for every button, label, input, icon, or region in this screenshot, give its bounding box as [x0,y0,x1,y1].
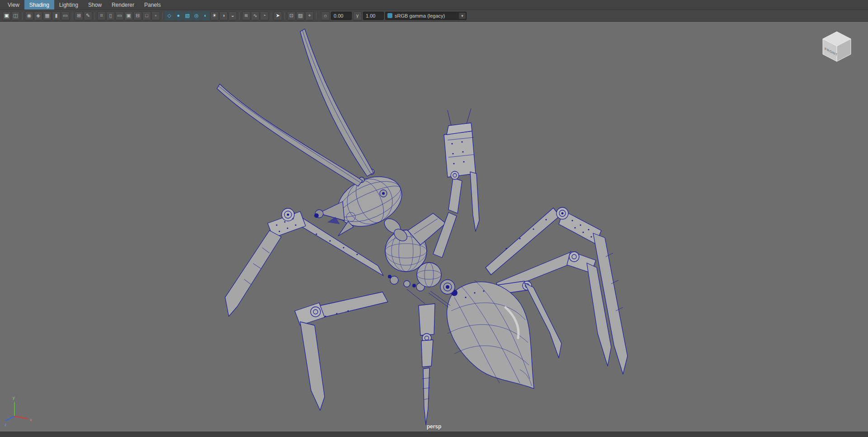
bookmarks-icon[interactable]: ▮ [52,11,61,20]
camera-name-label: persp [0,423,868,430]
selection-arrow-icon[interactable]: ➤ [274,11,282,20]
chevron-down-icon: ▾ [459,13,466,19]
menu-item-lighting[interactable]: Lighting [54,0,83,9]
smooth-shade-all-icon[interactable]: ● [174,11,183,20]
toolbar-separator [284,12,285,19]
lock-camera-icon[interactable]: ◈ [34,11,42,20]
axis-y-label: y [13,395,15,400]
toolbar-separator [162,12,163,19]
textured-icon[interactable]: ▧ [183,11,192,20]
ant-foreleg-raised[interactable] [433,108,479,258]
color-management-icon [387,13,392,18]
gamma-field[interactable] [363,12,384,20]
toolbar-separator [271,12,271,19]
two-d-pan-zoom-icon[interactable]: ⊞ [75,11,83,20]
panel-toolbar: ▣◫◉◈▦▮▭⊞✎⌗▯▭▣⊟□▫◇●▧◎◐☀◑◒≋∿◔➤⊡▨⌖ ☼ γ sRGB… [0,10,868,22]
use-all-lights-icon[interactable]: ☀ [210,11,219,20]
safe-title-icon[interactable]: ▫ [151,11,160,20]
wireframe-on-shaded-icon[interactable]: ◎ [192,11,201,20]
gamma-icon[interactable]: γ [353,11,362,20]
use-default-material-icon[interactable]: ◐ [201,11,210,20]
axis-x-label: x [30,418,32,422]
toolbar-separator [239,12,240,19]
ant-antennae[interactable] [217,29,373,186]
menu-item-renderer[interactable]: Renderer [107,0,139,9]
depth-of-field-icon[interactable]: ◔ [260,11,269,20]
single-pane-layout-icon[interactable]: ▣ [2,11,11,20]
view-transform-dropdown[interactable]: sRGB gamma (legacy) ▾ [385,12,467,20]
film-gate-icon[interactable]: ▯ [106,11,115,20]
x-ray-joints-icon[interactable]: ⌖ [305,11,314,20]
camera-attributes-icon[interactable]: ▦ [43,11,52,20]
grid-icon[interactable]: ⌗ [97,11,106,20]
toolbar-icon-strip: ▣◫◉◈▦▮▭⊞✎⌗▯▭▣⊟□▫◇●▧◎◐☀◑◒≋∿◔➤⊡▨⌖ [2,11,318,20]
multisample-anti-aliasing-icon[interactable]: ∿ [251,11,259,20]
grease-pencil-icon[interactable]: ✎ [84,11,92,20]
color-controls: ☼ γ sRGB gamma (legacy) ▾ [321,11,467,20]
menu-item-shading[interactable]: Shading [24,0,54,9]
gate-mask-icon[interactable]: ▣ [124,11,133,20]
toolbar-separator [94,12,95,19]
menu-item-panels[interactable]: Panels [139,0,166,9]
image-plane-icon[interactable]: ▭ [61,11,70,20]
toolbar-separator [316,12,316,19]
resolution-gate-icon[interactable]: ▭ [115,11,124,20]
motion-blur-icon[interactable]: ≋ [242,11,250,20]
field-chart-icon[interactable]: ⊟ [133,11,142,20]
menu-item-view[interactable]: View [3,0,24,9]
exposure-icon[interactable]: ☼ [321,11,330,20]
x-ray-icon[interactable]: ▨ [296,11,305,20]
exposure-field[interactable] [331,12,352,20]
view-transform-value: sRGB gamma (legacy) [395,13,457,19]
safe-action-icon[interactable]: □ [142,11,151,20]
isolate-select-icon[interactable]: ⊡ [287,11,296,20]
menu-item-show[interactable]: Show [83,0,107,9]
wireframe-icon[interactable]: ◇ [165,11,174,20]
screen-space-ambient-occlusion-icon[interactable]: ◒ [228,11,237,20]
toolbar-separator [22,12,23,19]
saved-layouts-icon[interactable]: ◫ [11,11,20,20]
shadows-icon[interactable]: ◑ [219,11,228,20]
view-cube[interactable]: FRONT [817,25,856,64]
toolbar-separator [72,12,72,19]
panel-menubar: ViewShadingLightingShowRendererPanels [0,0,868,10]
viewport[interactable]: FRONT y x z persp [0,22,868,432]
window-bottom-edge [0,432,868,437]
wireframe-model[interactable] [0,22,868,432]
select-camera-icon[interactable]: ◉ [25,11,33,20]
ant-abdomen[interactable] [447,280,534,389]
